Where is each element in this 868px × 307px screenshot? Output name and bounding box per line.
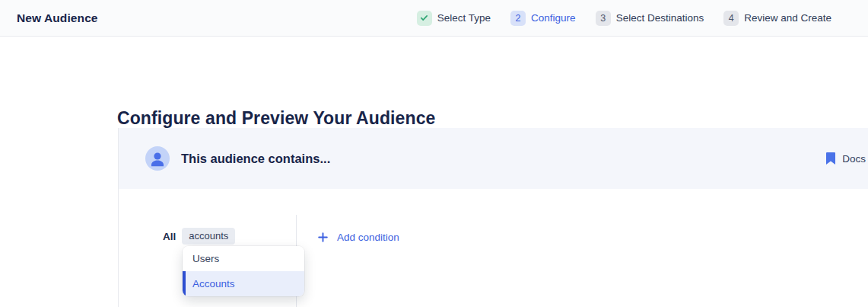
entity-selector-dropdown-trigger[interactable]: accounts xyxy=(182,228,235,245)
step-number-badge: 3 xyxy=(596,11,611,26)
topbar: New Audience Select Type 2 Configure 3 S… xyxy=(0,0,868,37)
bookmark-icon xyxy=(826,152,835,165)
page-title: Configure and Preview Your Audience xyxy=(117,108,435,129)
audience-card-header: This audience contains... Docs xyxy=(119,128,868,189)
audience-card: This audience contains... Docs All accou… xyxy=(118,128,868,307)
step-select-destinations[interactable]: 3 Select Destinations xyxy=(596,11,704,26)
docs-link[interactable]: Docs xyxy=(826,152,866,165)
step-number-badge: 2 xyxy=(510,11,526,26)
entity-dropdown-menu: Users Accounts xyxy=(183,246,304,296)
step-configure[interactable]: 2 Configure xyxy=(510,11,576,26)
plus-icon xyxy=(318,232,328,242)
page-header-title: New Audience xyxy=(17,11,98,25)
step-number-badge: 4 xyxy=(723,11,739,26)
condition-row: All accounts xyxy=(163,228,235,245)
main-content: Configure and Preview Your Audience This… xyxy=(0,37,868,307)
check-icon xyxy=(417,11,432,26)
step-review-and-create[interactable]: 4 Review and Create xyxy=(723,11,831,26)
step-label: Configure xyxy=(531,12,576,24)
audience-card-title: This audience contains... xyxy=(181,152,330,166)
step-label: Review and Create xyxy=(744,12,831,24)
dropdown-option-accounts[interactable]: Accounts xyxy=(183,271,304,296)
docs-link-label: Docs xyxy=(842,153,866,165)
add-condition-label: Add condition xyxy=(337,232,399,243)
add-condition-button[interactable]: Add condition xyxy=(318,232,399,243)
step-label: Select Type xyxy=(437,12,491,24)
wizard-stepper: Select Type 2 Configure 3 Select Destina… xyxy=(417,11,831,26)
dropdown-option-users[interactable]: Users xyxy=(183,246,304,271)
audience-card-body: All accounts Add condition Users Account… xyxy=(119,189,868,307)
person-avatar-icon xyxy=(145,146,170,171)
quantifier-label: All xyxy=(163,231,176,242)
step-select-type[interactable]: Select Type xyxy=(417,11,491,26)
step-label: Select Destinations xyxy=(616,12,704,24)
